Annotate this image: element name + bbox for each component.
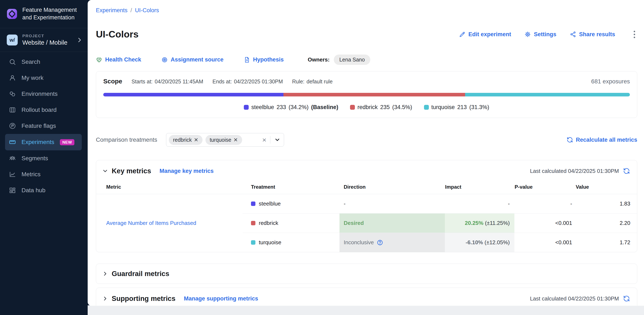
sidebar-nav: Search My work Environments Rollout boar…	[0, 52, 88, 200]
breadcrumb-experiments[interactable]: Experiments	[96, 7, 128, 14]
breadcrumb: Experiments / UI-Colors	[96, 7, 637, 14]
heart-check-icon	[96, 57, 102, 63]
gear-icon	[524, 31, 531, 37]
owners-group: Owners: Lena Sano	[308, 54, 370, 65]
line-chart-icon	[9, 171, 16, 178]
exposures-count: 681 exposures	[591, 78, 630, 85]
bar-segment-turquoise	[465, 93, 630, 96]
edit-experiment-button[interactable]: Edit experiment	[459, 31, 511, 38]
col-header-treatment: Treatment	[242, 180, 340, 194]
col-header-impact: Impact	[445, 180, 514, 194]
ruler-icon	[9, 139, 16, 146]
sidebar-item-label: Data hub	[22, 187, 46, 194]
pvalue-cell: <0.001	[514, 233, 576, 252]
direction-cell: Inconclusive	[340, 233, 445, 252]
page-title: UI-Colors	[96, 29, 139, 40]
sidebar-item-experiments[interactable]: Experiments NEW	[5, 134, 82, 150]
more-options-kebab-icon[interactable]	[632, 29, 637, 39]
legend-item-steelblue: steelblue 233 (34.2%) (Baseline)	[244, 104, 338, 111]
treatment-color-chip	[251, 221, 256, 225]
impact-cell: -	[445, 194, 514, 213]
new-badge: NEW	[60, 139, 74, 145]
remove-chip-icon[interactable]: ✕	[194, 137, 198, 143]
main-wrapper: Experiments / UI-Colors UI-Colors Edit e…	[88, 0, 644, 315]
comparison-treatments-label: Comparison treatments	[96, 136, 157, 143]
settings-button[interactable]: Settings	[524, 31, 556, 38]
comparison-treatments-select[interactable]: redbrick ✕ turquoise ✕ ×	[166, 133, 284, 147]
sidebar-item-label: My work	[22, 74, 44, 81]
recalculate-all-metrics-button[interactable]: Recalculate all metrics	[567, 137, 637, 143]
refresh-icon	[567, 137, 573, 143]
clear-selection-icon[interactable]: ×	[262, 136, 266, 143]
guardrail-metrics-card: Guardrail metrics	[96, 264, 637, 284]
pvalue-cell: -	[514, 194, 576, 213]
manage-key-metrics-link[interactable]: Manage key metrics	[160, 168, 214, 174]
app-logo-icon	[7, 9, 17, 19]
sidebar-item-data-hub[interactable]: Data hub	[0, 182, 88, 198]
blocks-icon	[9, 187, 16, 194]
treatment-color-chip	[251, 202, 256, 206]
last-calculated: Last calculated 04/22/2025 01:30PM	[530, 168, 630, 174]
treatment-legend: steelblue 233 (34.2%) (Baseline) redbric…	[103, 104, 630, 111]
legend-color-chip	[244, 105, 249, 110]
sidebar-item-segments[interactable]: Segments	[0, 150, 88, 166]
health-check-link[interactable]: Health Check	[96, 56, 141, 63]
treatment-color-chip	[251, 240, 256, 245]
breadcrumb-ui-colors[interactable]: UI-Colors	[135, 7, 159, 14]
sidebar-item-search[interactable]: Search	[0, 54, 88, 70]
legend-item-turquoise: turquoise 213 (31.3%)	[424, 104, 489, 111]
table-header-row: Metric Treatment Direction Impact P-valu…	[96, 180, 637, 194]
sidebar-item-environments[interactable]: Environments	[0, 86, 88, 102]
remove-chip-icon[interactable]: ✕	[234, 137, 238, 143]
sidebar-item-feature-flags[interactable]: Feature flags	[0, 118, 88, 134]
sidebar-item-label: Experiments	[22, 139, 54, 145]
expand-chevron-right-icon[interactable]	[102, 271, 108, 277]
key-metrics-title: Key metrics	[112, 167, 151, 175]
supporting-metrics-card: Supporting metrics Manage supporting met…	[96, 288, 637, 306]
expand-chevron-right-icon[interactable]	[102, 296, 108, 302]
selected-chip-turquoise[interactable]: turquoise ✕	[206, 135, 242, 145]
header-actions: Edit experiment Settings Share results	[459, 29, 637, 39]
page-bottom-strip	[88, 305, 644, 315]
sidebar-item-label: Feature flags	[22, 123, 56, 129]
supporting-metrics-title: Supporting metrics	[112, 295, 176, 303]
col-header-value: Value	[576, 180, 637, 194]
hypothesis-link[interactable]: Hypothesis	[244, 56, 284, 63]
manage-supporting-metrics-link[interactable]: Manage supporting metrics	[184, 296, 258, 302]
collapse-chevron-down-icon[interactable]	[102, 168, 108, 174]
question-circle-icon[interactable]	[377, 239, 383, 246]
guardrail-metrics-title: Guardrail metrics	[112, 270, 169, 278]
sidebar-item-label: Rollout board	[22, 107, 57, 113]
refresh-icon[interactable]	[623, 168, 630, 174]
sidebar-item-my-work[interactable]: My work	[0, 70, 88, 86]
experiment-meta-row: Health Check Assignment source Hypothesi…	[96, 54, 637, 65]
refresh-icon[interactable]	[623, 295, 630, 302]
board-columns-icon	[9, 106, 16, 113]
metric-link[interactable]: Average Number of Items Purchased	[106, 220, 196, 226]
scope-ends: Ends at:04/22/2025 01:30PM	[212, 78, 283, 85]
share-icon	[570, 31, 576, 37]
chevron-right-icon	[76, 37, 82, 43]
metric-cell: Average Number of Items Purchased	[96, 194, 242, 252]
project-label: PROJECT	[22, 34, 68, 38]
sidebar-item-label: Search	[22, 58, 40, 65]
pvalue-cell: <0.001	[514, 213, 576, 233]
sidebar-item-metrics[interactable]: Metrics	[0, 166, 88, 182]
chevron-down-icon[interactable]	[274, 137, 280, 143]
scope-rule: Rule:default rule	[292, 78, 332, 85]
legend-color-chip	[424, 105, 429, 110]
sidebar-item-rollout-board[interactable]: Rollout board	[0, 102, 88, 118]
key-metrics-card: Key metrics Manage key metrics Last calc…	[96, 160, 637, 252]
owner-pill[interactable]: Lena Sano	[334, 54, 370, 65]
sidebar-item-label: Segments	[22, 155, 48, 162]
direction-cell: Desired	[340, 213, 445, 233]
col-header-pvalue: P-value	[514, 180, 576, 194]
assignment-source-link[interactable]: Assignment source	[162, 56, 224, 63]
pencil-icon	[459, 31, 466, 37]
app-logo-row[interactable]: Feature Management and Experimentation	[0, 0, 88, 28]
scope-starts: Starts at:04/20/2025 11:45AM	[132, 78, 203, 85]
project-switcher[interactable]: w/ PROJECT Website / Mobile	[0, 28, 88, 52]
share-results-button[interactable]: Share results	[570, 31, 615, 38]
sidebar-item-label: Metrics	[22, 171, 40, 178]
selected-chip-redbrick[interactable]: redbrick ✕	[169, 135, 202, 145]
